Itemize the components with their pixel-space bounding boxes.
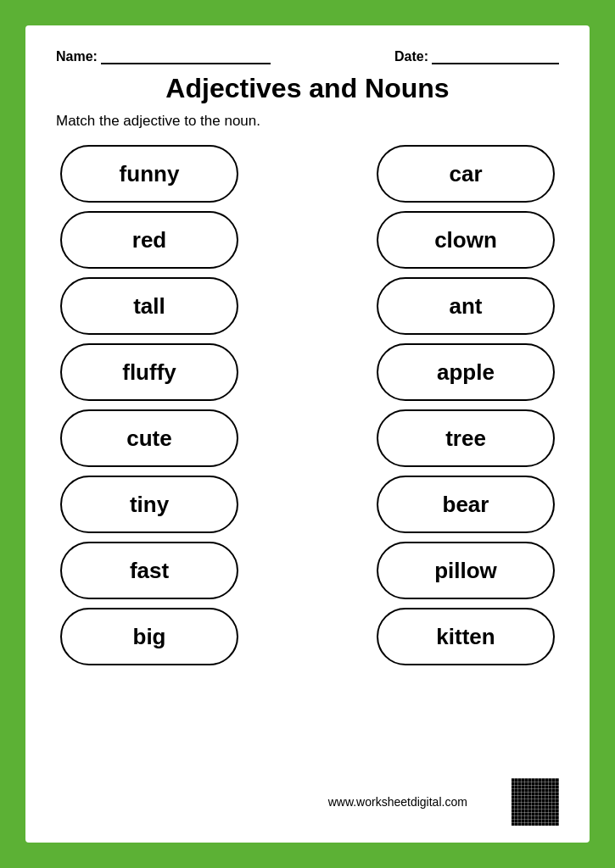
- noun-oval[interactable]: clown: [377, 211, 555, 269]
- date-underline[interactable]: [432, 49, 559, 64]
- website-url: www.worksheetdigital.com: [284, 795, 512, 809]
- adjective-oval[interactable]: tiny: [60, 476, 238, 533]
- adjective-oval[interactable]: big: [60, 608, 238, 665]
- adjectives-column: funnyredtallfluffycutetinyfastbig: [56, 145, 243, 768]
- date-label: Date:: [394, 49, 428, 64]
- adjective-oval[interactable]: fast: [60, 542, 238, 599]
- noun-oval[interactable]: tree: [377, 409, 555, 467]
- header-line: Name: Date:: [56, 49, 559, 64]
- date-field: Date:: [394, 49, 559, 64]
- adjective-oval[interactable]: red: [60, 211, 238, 269]
- footer: www.worksheetdigital.com: [56, 778, 559, 826]
- adjective-oval[interactable]: fluffy: [60, 343, 238, 401]
- qr-code: [512, 778, 559, 826]
- instruction-text: Match the adjective to the noun.: [56, 113, 559, 130]
- word-columns: funnyredtallfluffycutetinyfastbig carclo…: [56, 145, 559, 768]
- noun-oval[interactable]: bear: [377, 476, 555, 533]
- noun-oval[interactable]: car: [377, 145, 555, 203]
- noun-oval[interactable]: kitten: [377, 608, 555, 665]
- page-title: Adjectives and Nouns: [56, 73, 559, 104]
- worksheet-page: Name: Date: Adjectives and Nouns Match t…: [25, 25, 590, 843]
- adjective-oval[interactable]: tall: [60, 277, 238, 335]
- name-label: Name:: [56, 49, 98, 64]
- noun-oval[interactable]: ant: [377, 277, 555, 335]
- nouns-column: carclownantappletreebearpillowkitten: [372, 145, 559, 768]
- name-field: Name:: [56, 49, 271, 64]
- noun-oval[interactable]: pillow: [377, 542, 555, 599]
- noun-oval[interactable]: apple: [377, 343, 555, 401]
- adjective-oval[interactable]: cute: [60, 409, 238, 467]
- adjective-oval[interactable]: funny: [60, 145, 238, 203]
- name-underline[interactable]: [101, 49, 271, 64]
